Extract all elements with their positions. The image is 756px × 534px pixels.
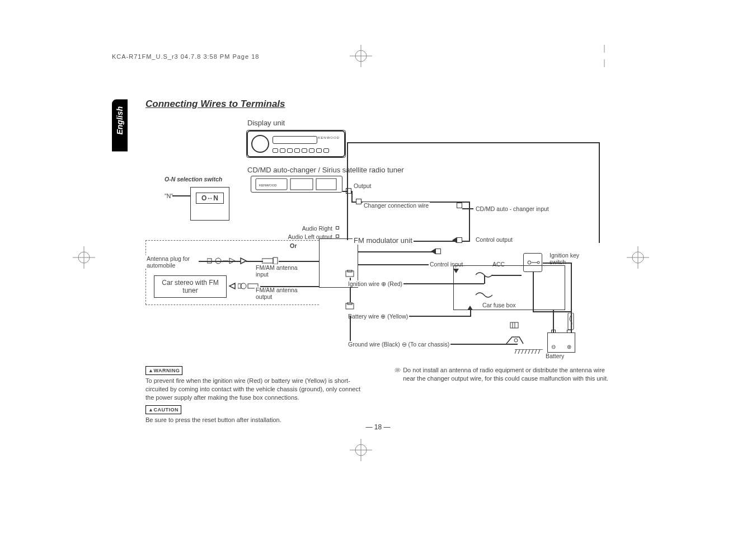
svg-rect-20	[262, 259, 273, 263]
connector-icon	[345, 270, 356, 278]
svg-line-33	[515, 349, 516, 354]
car-stereo-box: Car stereo with FM tuner	[154, 275, 227, 298]
language-tab: English	[112, 100, 128, 152]
notes-section: ▲WARNING To prevent fire when the igniti…	[145, 366, 610, 424]
svg-line-40	[538, 349, 540, 354]
label-changer-title: CD/MD auto-changer / Sirius satellite ra…	[246, 166, 405, 174]
svg-line-35	[522, 349, 523, 354]
svg-point-31	[514, 339, 518, 342]
svg-line-38	[532, 349, 533, 354]
svg-point-22	[528, 261, 531, 264]
label-ground-wire: Ground wire (Black) ⊖ (To car chassis)	[347, 341, 450, 348]
svg-line-36	[525, 349, 527, 354]
crop-mark-right	[627, 246, 649, 269]
label-fmam-out: FM/AM antenna output	[255, 287, 299, 300]
warning-text: To prevent fire when the ignition wire (…	[145, 377, 361, 402]
on-switch-device	[190, 187, 229, 221]
label-control-out: Control output	[475, 236, 514, 243]
page-header: KCA-R71FM_U.S_r3 04.7.8 3:58 PM Page 18	[112, 53, 259, 60]
battery-icon: ⊖ ⊕	[547, 332, 575, 353]
warning-badge: ▲WARNING	[145, 366, 182, 375]
svg-point-19	[215, 258, 221, 264]
crop-mark-top	[350, 45, 372, 67]
antenna-plug-icon	[207, 256, 241, 265]
svg-line-39	[535, 349, 537, 354]
note-icon	[395, 366, 401, 375]
svg-rect-21	[273, 257, 278, 264]
ground-hatch-icon	[515, 349, 543, 354]
label-battery-wire: Battery wire ⊕ (Yellow)	[347, 313, 409, 320]
svg-rect-18	[207, 259, 212, 263]
svg-rect-16	[290, 179, 313, 190]
connector-icon-2	[345, 302, 356, 310]
svg-line-37	[528, 349, 530, 354]
label-fuse: Car fuse box	[481, 302, 517, 308]
label-or: Or	[289, 242, 298, 249]
crop-mark-top-right	[593, 45, 616, 67]
label-display-unit: Display unit	[246, 119, 286, 127]
label-output: Output	[353, 182, 373, 189]
wiring-diagram: Display unit KENWOOD CD/MD auto-changer …	[145, 114, 610, 360]
label-fmam-in: FM/AM antenna input	[255, 264, 299, 278]
fuse-icon	[566, 313, 575, 332]
brand-text: KENWOOD	[318, 136, 340, 139]
svg-line-34	[518, 349, 520, 354]
terminal-block-icon	[509, 321, 520, 330]
section-title: Connecting Wires to Terminals	[145, 99, 610, 110]
antenna-note-text: Do not install an antenna of radio equip…	[403, 366, 610, 383]
crop-mark-bottom	[350, 439, 372, 461]
on-switch-text: O↔N	[196, 193, 224, 204]
svg-rect-42	[510, 322, 518, 328]
label-fm-modulator: FM modulator unit	[353, 236, 414, 245]
label-antenna-plug: Antenna plug for automobile	[145, 255, 199, 269]
ground-clamp-icon	[504, 332, 526, 347]
label-battery: Battery	[544, 353, 565, 359]
page-number: — 18 —	[365, 423, 390, 431]
label-changer-input: CD/MD auto - changer input	[475, 205, 550, 212]
label-on-switch: O-N selection switch	[163, 176, 223, 182]
crop-mark-left	[73, 246, 95, 269]
svg-rect-17	[316, 179, 336, 190]
svg-text:KENWOOD: KENWOOD	[259, 184, 277, 187]
display-unit-device: KENWOOD	[246, 130, 346, 158]
caution-badge: ▲CAUTION	[145, 405, 181, 414]
caution-text: Be sure to press the reset button after …	[145, 416, 361, 424]
label-ignition-wire: Ignition wire ⊕ (Red)	[347, 280, 403, 287]
label-changer-wire: Changer connection wire	[363, 202, 430, 209]
changer-device: KENWOOD	[251, 176, 342, 193]
svg-point-23	[537, 261, 539, 264]
